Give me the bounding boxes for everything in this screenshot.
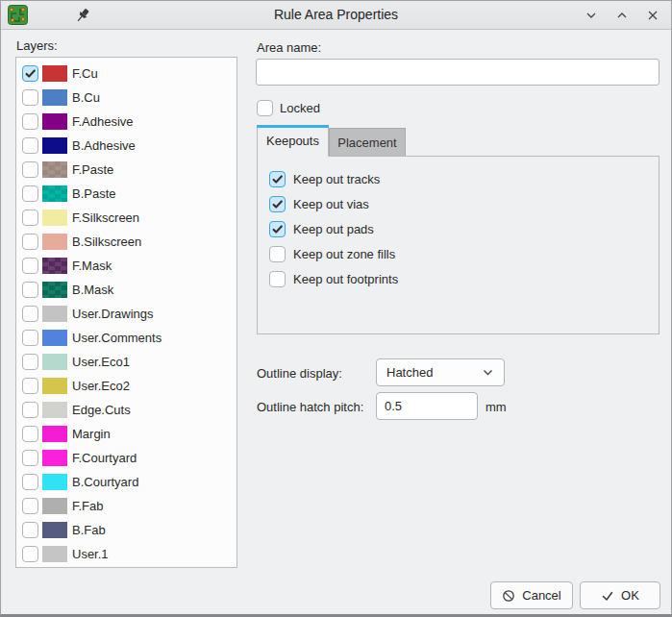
layer-row[interactable]: User.Drawings <box>16 302 236 326</box>
close-icon[interactable] <box>644 7 661 24</box>
layer-row[interactable]: F.Adhesive <box>16 110 236 134</box>
layer-row[interactable]: F.Paste <box>16 158 236 182</box>
layer-checkbox[interactable] <box>22 65 38 82</box>
layer-row[interactable]: B.Mask <box>16 278 236 302</box>
layer-checkbox[interactable] <box>22 474 38 490</box>
layer-color-swatch <box>42 65 67 82</box>
layer-row[interactable]: F.Courtyard <box>16 446 236 470</box>
layer-name: B.Courtyard <box>72 475 138 489</box>
layer-row[interactable]: Margin <box>16 422 236 446</box>
area-name-label: Area name: <box>257 40 321 55</box>
layer-row[interactable]: B.Fab <box>16 518 236 542</box>
tab-keepouts-label: Keepouts <box>266 134 319 148</box>
rule-area-properties-dialog: Rule Area Properties Layers: F.Cu <box>0 0 672 617</box>
keepout-checkbox[interactable] <box>269 171 286 187</box>
layer-name: User.Eco2 <box>72 379 130 393</box>
layer-name: User.Drawings <box>72 307 154 321</box>
layer-checkbox[interactable] <box>22 426 38 442</box>
keepout-label: Keep out tracks <box>293 172 380 186</box>
layer-row[interactable]: User.1 <box>16 542 236 566</box>
locked-checkbox[interactable] <box>257 100 273 116</box>
keepout-label: Keep out zone fills <box>293 247 395 261</box>
tab-placement-label: Placement <box>337 136 396 150</box>
layer-checkbox[interactable] <box>22 234 38 250</box>
layer-color-swatch <box>42 474 67 490</box>
keepout-row[interactable]: Keep out tracks <box>269 166 659 191</box>
layer-color-swatch <box>42 378 67 394</box>
layer-checkbox[interactable] <box>22 210 38 226</box>
layer-checkbox[interactable] <box>22 450 38 466</box>
layer-checkbox[interactable] <box>22 137 38 154</box>
layer-row[interactable]: F.Silkscreen <box>16 206 236 230</box>
chevron-up-icon[interactable] <box>613 7 631 24</box>
keepout-row[interactable]: Keep out zone fills <box>269 241 659 266</box>
layer-row[interactable]: User.Comments <box>16 326 236 350</box>
layer-name: B.Paste <box>72 186 116 201</box>
layer-row[interactable]: F.Mask <box>16 254 236 278</box>
layer-checkbox[interactable] <box>22 161 38 178</box>
locked-row[interactable]: Locked <box>257 100 320 116</box>
tab-keepouts[interactable]: Keepouts <box>257 125 329 157</box>
keepout-checkbox[interactable] <box>269 196 286 212</box>
outline-display-select[interactable]: Hatched <box>376 358 505 386</box>
layer-name: Edge.Cuts <box>72 403 131 417</box>
chevron-down-icon[interactable] <box>583 7 600 24</box>
keepout-row[interactable]: Keep out pads <box>269 216 659 241</box>
layer-checkbox[interactable] <box>22 89 38 106</box>
keepout-checkbox[interactable] <box>269 246 286 262</box>
layer-checkbox[interactable] <box>22 185 38 202</box>
tab-placement[interactable]: Placement <box>329 128 406 157</box>
check-icon <box>601 589 614 603</box>
layer-row[interactable]: B.Paste <box>16 182 236 206</box>
layer-row[interactable]: B.Cu <box>16 86 236 110</box>
layer-name: F.Silkscreen <box>72 210 139 225</box>
layer-name: F.Paste <box>72 162 113 177</box>
keepout-checkbox[interactable] <box>269 271 286 287</box>
outline-display-value: Hatched <box>386 365 482 380</box>
layer-name: F.Adhesive <box>72 114 134 129</box>
layer-checkbox[interactable] <box>22 378 38 394</box>
layer-checkbox[interactable] <box>22 546 38 562</box>
outline-hatch-pitch-unit: mm <box>485 400 507 414</box>
area-name-input[interactable] <box>256 59 660 86</box>
keepout-row[interactable]: Keep out footprints <box>269 266 659 291</box>
ok-button[interactable]: OK <box>580 581 660 609</box>
layer-color-swatch <box>42 450 67 466</box>
keepout-label: Keep out vias <box>293 197 369 211</box>
layer-color-swatch <box>42 498 67 514</box>
layer-row[interactable]: B.Adhesive <box>16 134 236 158</box>
layer-checkbox[interactable] <box>22 402 38 418</box>
cancel-button[interactable]: Cancel <box>490 581 573 609</box>
layer-checkbox[interactable] <box>22 113 38 130</box>
layer-checkbox[interactable] <box>22 522 38 538</box>
layer-name: Margin <box>72 427 111 441</box>
layer-checkbox[interactable] <box>22 306 38 322</box>
layer-checkbox[interactable] <box>22 354 38 370</box>
layer-color-swatch <box>42 258 67 274</box>
layer-row[interactable]: F.Cu <box>16 62 236 86</box>
layer-name: F.Mask <box>72 259 112 273</box>
layer-checkbox[interactable] <box>22 258 38 274</box>
layer-row[interactable]: Edge.Cuts <box>16 398 236 422</box>
keepout-row[interactable]: Keep out vias <box>269 191 659 216</box>
layer-row[interactable]: B.Silkscreen <box>16 230 236 254</box>
layer-color-swatch <box>42 522 67 538</box>
layer-row[interactable]: User.Eco1 <box>16 350 236 374</box>
outline-hatch-pitch-input[interactable] <box>376 392 478 420</box>
layer-name: User.1 <box>72 547 109 561</box>
layer-checkbox[interactable] <box>22 282 38 298</box>
layer-checkbox[interactable] <box>22 330 38 346</box>
keepouts-panel: Keep out tracks Keep out vias Keep out p… <box>257 156 660 334</box>
layer-row[interactable]: B.Courtyard <box>16 470 236 494</box>
layer-name: B.Mask <box>72 283 113 297</box>
layer-color-swatch <box>42 306 67 322</box>
layer-color-swatch <box>42 137 67 154</box>
layer-checkbox[interactable] <box>22 498 38 514</box>
layer-row[interactable]: User.Eco2 <box>16 374 236 398</box>
outline-display-label: Outline display: <box>257 366 342 381</box>
layer-name: User.Comments <box>72 331 162 345</box>
layer-row[interactable]: F.Fab <box>16 494 236 518</box>
locked-label: Locked <box>280 101 320 115</box>
layer-name: F.Cu <box>72 66 98 81</box>
keepout-checkbox[interactable] <box>269 221 286 237</box>
